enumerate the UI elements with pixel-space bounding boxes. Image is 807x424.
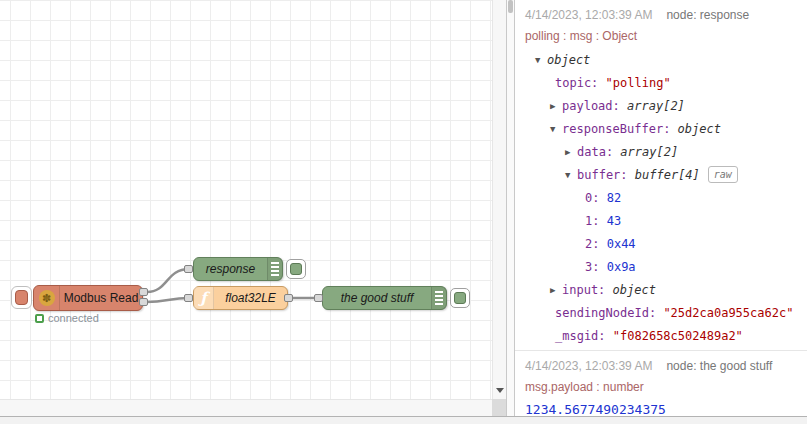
wire-modbus-to-response[interactable] bbox=[147, 269, 189, 292]
canvas-horizontal-scrollbar[interactable] bbox=[0, 399, 492, 416]
debug-message-path: msg.payload : number bbox=[525, 380, 807, 394]
status-label: connected bbox=[48, 312, 99, 324]
node-the-good-stuff[interactable]: the good stuff bbox=[322, 286, 447, 310]
tree-key: 3: bbox=[585, 260, 607, 274]
debug-tree-row: ▶data: array[2] bbox=[525, 141, 807, 164]
scroll-down-arrow-icon[interactable] bbox=[496, 388, 504, 393]
debug-lines-icon bbox=[267, 258, 282, 280]
tree-value: 43 bbox=[607, 214, 621, 228]
tree-value: 0x9a bbox=[607, 260, 636, 274]
debug-message: 4/14/2023, 12:03:39 AMnode: response pol… bbox=[515, 0, 807, 348]
expand-arrow-icon[interactable]: ▶ bbox=[550, 279, 562, 302]
response-input-port[interactable] bbox=[184, 265, 193, 273]
modbus-icon-area: ✽ bbox=[34, 286, 60, 310]
function-f-icon: ƒ bbox=[194, 287, 214, 309]
tree-value: array[2] bbox=[620, 145, 678, 159]
collapse-arrow-icon[interactable]: ▼ bbox=[550, 118, 562, 141]
debug-object-tree: ▼objecttopic: "polling"▶payload: array[2… bbox=[525, 49, 807, 348]
modbus-output-port-2[interactable] bbox=[139, 298, 148, 306]
tree-key: sendingNodeId: bbox=[555, 306, 663, 320]
debug-tree-row: ▼buffer: buffer[4]raw bbox=[525, 164, 807, 187]
debug-tree-row: sendingNodeId: "25d2ca0a955ca62c" bbox=[525, 302, 807, 325]
tree-value: object bbox=[678, 122, 721, 136]
tree-value: object bbox=[547, 53, 590, 67]
node-label: float32LE bbox=[214, 287, 287, 309]
modbus-flower-icon: ✽ bbox=[39, 290, 55, 306]
float32-input-port[interactable] bbox=[184, 294, 193, 302]
toggle-enabled-indicator bbox=[290, 263, 302, 275]
modbus-status: connected bbox=[35, 312, 99, 324]
debug-tree-row: 0: 82 bbox=[525, 187, 807, 210]
debug-tree-row: ▶input: object bbox=[525, 279, 807, 302]
wires-layer bbox=[0, 0, 492, 399]
debug-message-meta: 4/14/2023, 12:03:39 AMnode: the good stu… bbox=[525, 359, 807, 373]
response-debug-toggle-button[interactable] bbox=[286, 259, 306, 279]
debug-sidebar: 4/14/2023, 12:03:39 AMnode: response pol… bbox=[515, 0, 807, 416]
node-label: Modbus Read bbox=[60, 286, 142, 310]
tree-value: "polling" bbox=[606, 76, 671, 90]
tree-value: 0x44 bbox=[607, 237, 636, 251]
expand-arrow-icon[interactable]: ▶ bbox=[550, 95, 562, 118]
debug-tree-row: _msgid: "f082658c502489a2" bbox=[525, 325, 807, 348]
wire-modbus-to-float32[interactable] bbox=[147, 298, 189, 302]
expand-arrow-icon[interactable]: ▶ bbox=[565, 141, 577, 164]
node-response[interactable]: response bbox=[193, 257, 283, 281]
collapse-arrow-icon[interactable]: ▼ bbox=[535, 49, 547, 72]
node-label: response bbox=[194, 258, 267, 280]
float32-output-port[interactable] bbox=[284, 294, 293, 302]
debug-timestamp: 4/14/2023, 12:03:39 AM bbox=[525, 359, 652, 373]
debug-source-node: node: response bbox=[666, 8, 749, 22]
status-connected-icon bbox=[35, 314, 44, 323]
tree-value: object bbox=[613, 283, 656, 297]
debug-tree-row: topic: "polling" bbox=[525, 72, 807, 95]
tree-value: "f082658c502489a2" bbox=[613, 329, 743, 343]
tree-key: responseBuffer: bbox=[562, 122, 678, 136]
tree-key: 2: bbox=[585, 237, 607, 251]
collapse-arrow-icon[interactable]: ▼ bbox=[565, 164, 577, 187]
tree-key: 0: bbox=[585, 191, 607, 205]
tree-key: buffer: bbox=[577, 168, 635, 182]
tree-key: input: bbox=[562, 283, 613, 297]
debug-tree-row: ▶payload: array[2] bbox=[525, 95, 807, 118]
flow-canvas[interactable]: ✽ Modbus Read connected response ƒ float… bbox=[0, 0, 492, 399]
window-bottom-bar bbox=[0, 416, 807, 424]
tree-key: data: bbox=[577, 145, 620, 159]
tree-value: 82 bbox=[607, 191, 621, 205]
debug-tree-row: 3: 0x9a bbox=[525, 256, 807, 279]
tree-key: _msgid: bbox=[555, 329, 613, 343]
tree-key: payload: bbox=[562, 99, 627, 113]
debug-panel-scrollbar-thumb[interactable] bbox=[508, 0, 513, 13]
tree-value: array[2] bbox=[627, 99, 685, 113]
goodstuff-debug-toggle-button[interactable] bbox=[450, 288, 470, 308]
debug-tree-row: 1: 43 bbox=[525, 210, 807, 233]
modbus-inject-button-frame bbox=[11, 286, 32, 309]
tree-value: "25d2ca0a955ca62c" bbox=[663, 306, 793, 320]
debug-source-node: node: the good stuff bbox=[666, 359, 772, 373]
tree-key: 1: bbox=[585, 214, 607, 228]
debug-tree-row: ▼object bbox=[525, 49, 807, 72]
node-float32le[interactable]: ƒ float32LE bbox=[193, 286, 288, 310]
debug-number-value: 1234.5677490234375 bbox=[525, 402, 807, 416]
debug-message-path: polling : msg : Object bbox=[525, 29, 807, 43]
node-label: the good stuff bbox=[323, 287, 431, 309]
debug-panel-scrollbar[interactable] bbox=[506, 0, 515, 416]
goodstuff-input-port[interactable] bbox=[314, 294, 323, 302]
debug-message-meta: 4/14/2023, 12:03:39 AMnode: response bbox=[525, 8, 807, 22]
canvas-vertical-scrollbar[interactable] bbox=[492, 0, 506, 399]
debug-lines-icon bbox=[431, 287, 446, 309]
modbus-inject-button[interactable] bbox=[15, 290, 28, 305]
debug-message-separator bbox=[515, 350, 807, 351]
toggle-enabled-indicator bbox=[454, 292, 466, 304]
tree-value: buffer[4] bbox=[635, 168, 700, 182]
node-modbus-read[interactable]: ✽ Modbus Read bbox=[33, 285, 143, 311]
debug-tree-row: 2: 0x44 bbox=[525, 233, 807, 256]
tree-key: topic: bbox=[555, 76, 606, 90]
modbus-output-port-1[interactable] bbox=[139, 288, 148, 296]
debug-message: 4/14/2023, 12:03:39 AMnode: the good stu… bbox=[515, 351, 807, 416]
debug-timestamp: 4/14/2023, 12:03:39 AM bbox=[525, 8, 652, 22]
debug-tree-row: ▼responseBuffer: object bbox=[525, 118, 807, 141]
raw-button[interactable]: raw bbox=[708, 166, 738, 183]
